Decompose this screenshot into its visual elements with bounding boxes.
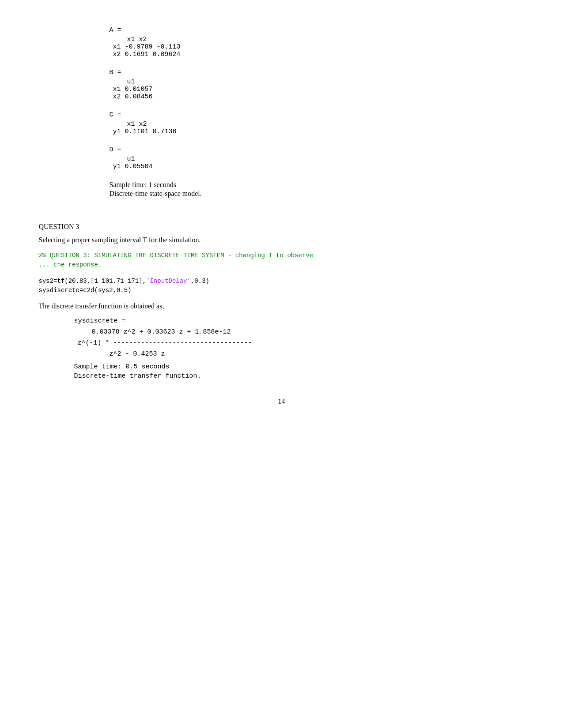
page-content: A = x1 x2 x1 -0.9789 -0.113 x2 0.1691 0.…: [39, 26, 525, 405]
matrix-B-row1: x1 0.01057: [113, 86, 525, 93]
tf-denominator: z^2 - 0.4253 z: [110, 350, 525, 358]
matrix-C-header: x1 x2: [127, 120, 525, 128]
matrix-D-header: u1: [127, 155, 525, 163]
question3-description: Selecting a proper sampling interval T f…: [39, 236, 525, 244]
matrix-A-header: x1 x2: [127, 36, 525, 43]
tf-output-block: sysdiscrete = 0.03378 z^2 + 0.03623 z + …: [74, 317, 525, 380]
model-type-text: Discrete-time state-space model.: [110, 190, 525, 198]
tf-fraction-multiplier: z^(-1) *: [78, 339, 110, 347]
sample-time-text: Sample time: 1 seconds: [110, 181, 525, 189]
code-line1-prefix: sys2=tf(20.83,[1 101.71 171],: [39, 278, 147, 285]
code-comment-line2: ... the response.: [39, 260, 525, 270]
tf-numerator: 0.03378 z^2 + 0.03623 z + 1.858e-12: [92, 328, 525, 336]
matrix-A-row2: x2 0.1691 0.09624: [113, 51, 525, 58]
page-number: 14: [39, 398, 525, 405]
code-comment-line1: %% QUESTION 3: SIMULATING THE DISCRETE T…: [39, 251, 525, 260]
matrix-A-label: A =: [110, 26, 525, 34]
code-line2: sysdiscrete=c2d(sys2,0.5): [39, 286, 525, 295]
sample-time-block: Sample time: 1 seconds Discrete-time sta…: [110, 181, 525, 198]
matrix-section: A = x1 x2 x1 -0.9789 -0.113 x2 0.1691 0.…: [110, 26, 525, 170]
code-line1: sys2=tf(20.83,[1 101.71 171],'InputDelay…: [39, 277, 525, 286]
tf-fraction-line: z^(-1) * -------------------------------…: [78, 339, 525, 347]
matrix-B-row2: x2 0.08456: [113, 93, 525, 101]
matrix-D-block: D = u1 y1 0.05504: [110, 146, 525, 170]
matrix-C-row1: y1 0.1101 0.7136: [113, 128, 525, 135]
code-line1-suffix: ,0.3): [191, 278, 209, 285]
code-string: 'InputDelay': [146, 278, 191, 285]
matrix-B-block: B = u1 x1 0.01057 x2 0.08456: [110, 69, 525, 101]
matrix-B-label: B =: [110, 69, 525, 76]
matrix-A-block: A = x1 x2 x1 -0.9789 -0.113 x2 0.1691 0.…: [110, 26, 525, 58]
code-block: sys2=tf(20.83,[1 101.71 171],'InputDelay…: [39, 277, 525, 295]
matrix-C-label: C =: [110, 111, 525, 119]
matrix-A-row1: x1 -0.9789 -0.113: [113, 43, 525, 51]
tf-description: The discrete transfer function is obtain…: [39, 302, 525, 310]
tf-label: sysdiscrete =: [74, 317, 525, 325]
tf-fraction-dashes: -----------------------------------: [113, 339, 252, 347]
tf-sample-time: Sample time: 0.5 seconds: [74, 363, 525, 371]
code-comment-block: %% QUESTION 3: SIMULATING THE DISCRETE T…: [39, 251, 525, 270]
tf-model-type: Discrete-time transfer function.: [74, 372, 525, 380]
matrix-D-row1: y1 0.05504: [113, 163, 525, 170]
section-divider: [39, 212, 525, 212]
matrix-D-label: D =: [110, 146, 525, 154]
matrix-B-header: u1: [127, 78, 525, 86]
question3-heading: QUESTION 3: [39, 223, 525, 231]
matrix-C-block: C = x1 x2 y1 0.1101 0.7136: [110, 111, 525, 135]
